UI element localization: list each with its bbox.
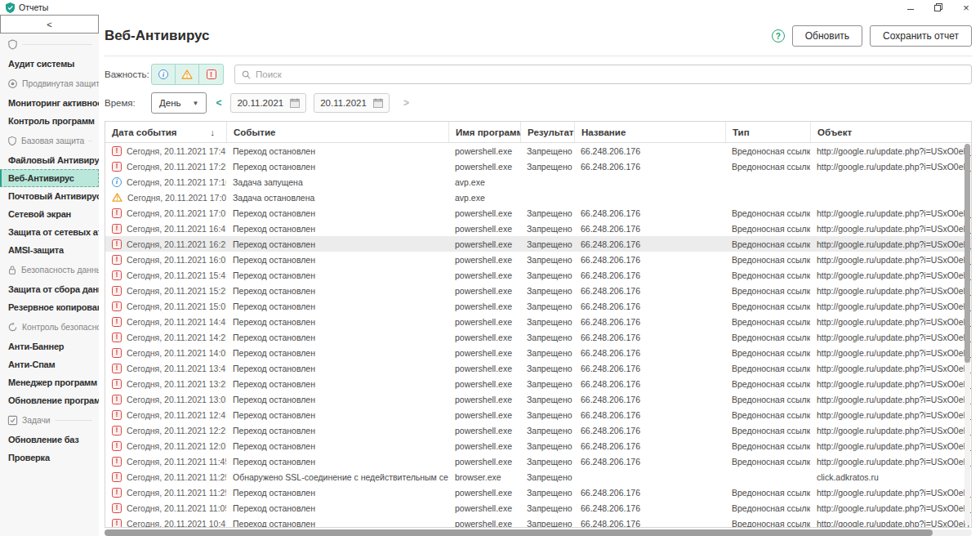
cell-object: http://google.ru/update.php?i=USxO0eH_17… [810, 317, 971, 327]
table-row[interactable]: !Сегодня, 20.11.2021 15:05:08Переход ост… [105, 298, 971, 314]
sidebar-section-безопасность-данных: Безопасность данных [0, 259, 99, 280]
table-row[interactable]: !Сегодня, 20.11.2021 16:25:05Переход ост… [105, 236, 971, 252]
cell-program: powershell.exe [448, 379, 520, 389]
chevron-down-icon: ▼ [193, 100, 199, 107]
sidebar-item-обновление-баз[interactable]: Обновление баз [0, 431, 99, 449]
table-row[interactable]: Сегодня, 20.11.2021 17:05:21Задача остан… [105, 190, 971, 205]
cell-type: Вредоносная ссылка [725, 286, 810, 296]
cell-object: http://google.ru/update.php?i=USxO0eH_17… [810, 379, 971, 389]
refresh-button[interactable]: Обновить [792, 25, 862, 47]
table-row[interactable]: !Сегодня, 20.11.2021 11:45:06Переход ост… [105, 453, 971, 469]
horizontal-scrollbar[interactable] [105, 529, 972, 536]
table-row[interactable]: !Сегодня, 20.11.2021 14:05:04Переход ост… [105, 345, 971, 360]
sidebar-item-label: AMSI-защита [8, 245, 64, 255]
section-divider [88, 141, 92, 141]
column-header-результат[interactable]: Результат [520, 122, 574, 142]
sidebar-item-защита-от-сетевых-атак[interactable]: Защита от сетевых атак [0, 223, 99, 241]
next-period-button[interactable]: > [397, 97, 416, 109]
table-row[interactable]: !Сегодня, 20.11.2021 16:45:06Переход ост… [105, 221, 971, 236]
sidebar-item-анти-спам[interactable]: Анти-Спам [0, 355, 99, 373]
date-from-field[interactable]: 20.11.2021 [230, 93, 306, 113]
sidebar-item-сетевой-экран[interactable]: Сетевой экран [0, 205, 99, 223]
sidebar-item-почтовый-антивирус[interactable]: Почтовый Антивирус [0, 187, 99, 205]
cell-name: 66.248.206.176 [574, 426, 725, 436]
back-button[interactable]: < [0, 15, 99, 34]
sidebar-item-веб-антивирус[interactable]: Веб-Антивирус [0, 169, 99, 187]
minimize-button[interactable] [897, 0, 924, 15]
table-row[interactable]: iСегодня, 20.11.2021 17:10:03Задача запу… [105, 174, 971, 190]
vertical-scrollbar-thumb[interactable] [964, 144, 970, 363]
date-to-value: 20.11.2021 [320, 98, 367, 108]
sidebar-item-файловый-антивирус[interactable]: Файловый Антивирус [0, 151, 99, 169]
table-row[interactable]: !Сегодня, 20.11.2021 17:25:03Переход ост… [105, 159, 971, 174]
cell-name: 66.248.206.176 [574, 364, 725, 373]
error-icon: ! [112, 457, 122, 467]
period-select[interactable]: День ▼ [151, 92, 207, 114]
close-button[interactable]: × [952, 0, 980, 15]
cell-result: Запрещено [520, 364, 574, 373]
column-header-дата-события[interactable]: Дата события↓ [105, 122, 226, 142]
table-row[interactable]: !Сегодня, 20.11.2021 16:05:02Переход ост… [105, 252, 971, 267]
cell-event-date: Сегодня, 20.11.2021 17:05:21 [105, 193, 226, 203]
column-header-имя-программы[interactable]: Имя программы [448, 122, 520, 142]
sidebar-item-защита-от-сбора-данных[interactable]: Защита от сбора данных [0, 280, 99, 298]
cell-program: powershell.exe [448, 333, 520, 342]
sidebar-item-проверка[interactable]: Проверка [0, 449, 99, 467]
table-row[interactable]: !Сегодня, 20.11.2021 12:25:08Переход ост… [105, 422, 971, 438]
event-date-text: Сегодня, 20.11.2021 17:25:03 [127, 162, 226, 172]
severity-error-toggle[interactable]: ! [199, 65, 223, 84]
sidebar-item-анти-баннер[interactable]: Анти-Баннер [0, 337, 99, 355]
sidebar-item-аудит-системы[interactable]: Аудит системы [0, 55, 99, 73]
help-icon[interactable]: ? [772, 29, 785, 42]
table-row[interactable]: !Сегодня, 20.11.2021 13:25:06Переход ост… [105, 376, 971, 391]
table-row[interactable]: !Сегодня, 20.11.2021 14:45:02Переход ост… [105, 314, 971, 329]
table-row[interactable]: !Сегодня, 20.11.2021 12:05:08Переход ост… [105, 438, 971, 453]
severity-info-toggle[interactable]: i [152, 65, 176, 84]
previous-period-button[interactable]: < [207, 97, 230, 109]
sidebar-section-продвинутая-защита: Продвинутая защита [0, 73, 99, 94]
table-row[interactable]: !Сегодня, 20.11.2021 11:05:04Переход ост… [105, 500, 971, 516]
event-date-text: Сегодня, 20.11.2021 12:05:08 [127, 441, 226, 451]
sidebar-item-amsi-защита[interactable]: AMSI-защита [0, 241, 99, 259]
column-header-название[interactable]: Название [574, 122, 725, 142]
cell-program: powershell.exe [448, 519, 520, 529]
sidebar-item-контроль-программ[interactable]: Контроль программ [0, 112, 99, 130]
table-row[interactable]: !Сегодня, 20.11.2021 15:25:09Переход ост… [105, 283, 971, 298]
column-header-тип[interactable]: Тип [725, 122, 810, 142]
date-to-field[interactable]: 20.11.2021 [314, 93, 390, 113]
cell-event: Переход остановлен [226, 270, 448, 280]
cell-event: Переход остановлен [226, 348, 448, 358]
severity-warning-toggle[interactable] [176, 65, 199, 84]
table-row[interactable]: !Сегодня, 20.11.2021 11:25:08Переход ост… [105, 485, 971, 500]
table-row[interactable]: !Сегодня, 20.11.2021 12:45:08Переход ост… [105, 407, 971, 422]
sidebar-section-label: Базовая защита [21, 136, 84, 145]
horizontal-scrollbar-thumb[interactable] [105, 529, 933, 536]
table-row[interactable]: !Сегодня, 20.11.2021 17:45:06Переход ост… [105, 143, 971, 159]
sidebar-item-мониторинг-активности[interactable]: Мониторинг активности [0, 94, 99, 112]
sidebar-section-контроль-безопасности: Контроль безопасности [0, 316, 99, 337]
table-row[interactable]: !Сегодня, 20.11.2021 15:45:03Переход ост… [105, 267, 971, 283]
sidebar-section-label: Задачи [22, 416, 51, 425]
sidebar-item-обновление-программ[interactable]: Обновление программ [0, 391, 99, 409]
column-header-label: Дата события [112, 127, 177, 137]
table-row[interactable]: !Сегодня, 20.11.2021 10:45:02Переход ост… [105, 516, 971, 528]
vertical-scrollbar[interactable] [964, 144, 970, 525]
cell-name: 66.248.206.176 [574, 146, 725, 156]
cell-type: Вредоносная ссылка [725, 426, 810, 436]
search-input[interactable] [256, 69, 964, 79]
column-header-событие[interactable]: Событие [226, 122, 448, 142]
cell-event-date: !Сегодня, 20.11.2021 14:05:04 [105, 348, 226, 358]
cell-object: http://google.ru/update.php?i=USxO0eH_17… [810, 457, 971, 467]
sidebar-item-менеджер-программ[interactable]: Менеджер программ [0, 373, 99, 391]
restore-button[interactable] [924, 0, 952, 15]
table-row[interactable]: !Сегодня, 20.11.2021 14:25:09Переход ост… [105, 329, 971, 345]
table-row[interactable]: !Сегодня, 20.11.2021 17:05:06Переход ост… [105, 205, 971, 221]
table-row[interactable]: !Сегодня, 20.11.2021 13:45:08Переход ост… [105, 360, 971, 376]
column-header-объект[interactable]: Объект [810, 122, 971, 142]
table-row[interactable]: !Сегодня, 20.11.2021 13:05:03Переход ост… [105, 391, 971, 407]
cell-type: Вредоносная ссылка [725, 317, 810, 327]
table-row[interactable]: !Сегодня, 20.11.2021 11:25:31Обнаружено … [105, 469, 971, 485]
save-report-button[interactable]: Сохранить отчет [870, 25, 972, 47]
sidebar-item-резервное-копирование[interactable]: Резервное копирование [0, 298, 99, 316]
sidebar-section-label: Безопасность данных [21, 266, 99, 275]
